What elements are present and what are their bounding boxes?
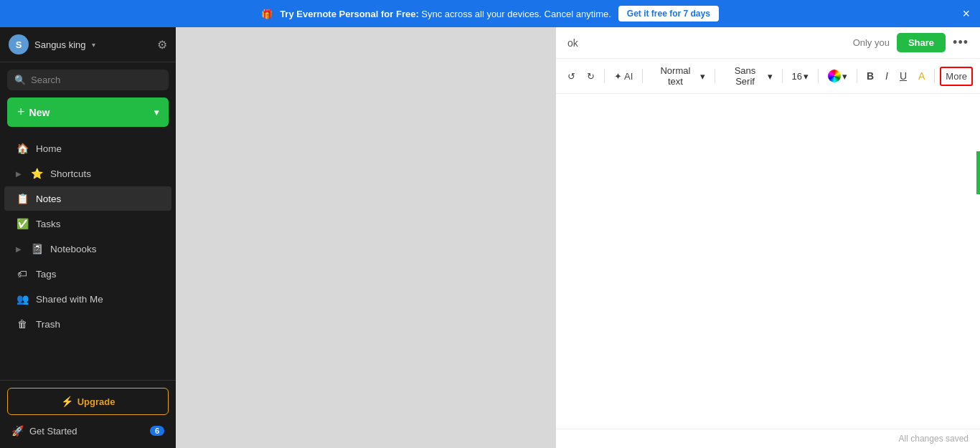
trash-icon: 🗑	[16, 318, 29, 330]
more-options-button[interactable]: •••	[953, 35, 969, 50]
only-you-text: Only you	[853, 37, 890, 48]
sidebar: S Sangus king ▾ ⚙ 🔍 Search + New ▾ 🏠Home…	[0, 27, 176, 448]
font-size-dropdown[interactable]: 16 ▾	[788, 68, 813, 85]
editor-area: ok Only you Share ••• ↺ ↻ ✦ AI Normal te…	[556, 27, 980, 448]
sidebar-item-label: Notebooks	[50, 244, 97, 254]
sidebar-item-label: Shortcuts	[50, 168, 91, 179]
toolbar-separator-7	[934, 69, 935, 83]
get-started-badge: 6	[150, 426, 164, 436]
undo-button[interactable]: ↺	[563, 68, 580, 85]
user-info[interactable]: S Sangus king ▾	[9, 34, 95, 54]
rocket-icon: 🚀	[11, 425, 24, 437]
chevron-down-icon: ▾	[92, 41, 95, 49]
redo-icon: ↻	[587, 71, 595, 82]
toolbar-separator-1	[604, 69, 605, 83]
underline-icon: U	[900, 70, 907, 82]
font-size-label: 16	[792, 71, 802, 82]
editor-content[interactable]	[556, 94, 980, 429]
gear-icon[interactable]: ⚙	[157, 38, 167, 52]
undo-icon: ↺	[567, 71, 575, 82]
ai-button[interactable]: ✦ AI	[610, 68, 637, 85]
sidebar-item-label: Notes	[36, 194, 61, 204]
home-icon: 🏠	[16, 143, 29, 154]
banner-text: Try Evernote Personal for Free: Sync acr…	[280, 9, 611, 19]
sidebar-item-trash[interactable]: 🗑Trash	[4, 312, 171, 336]
tags-icon: 🏷	[16, 268, 29, 280]
promo-banner: 🎁 Try Evernote Personal for Free: Sync a…	[0, 0, 980, 27]
italic-button[interactable]: I	[881, 67, 892, 85]
banner-close-button[interactable]: ×	[962, 7, 970, 20]
bold-button[interactable]: B	[862, 67, 878, 85]
nav-items: 🏠Home▶⭐Shortcuts📋Notes✅Tasks▶📓Notebooks🏷…	[0, 133, 176, 380]
notebook-name: ok	[567, 37, 578, 49]
upgrade-icon: ⚡	[61, 396, 73, 407]
new-chevron-icon: ▾	[154, 108, 159, 118]
sidebar-item-label: Trash	[36, 319, 60, 330]
shared-with-me-icon: 👥	[16, 293, 29, 305]
share-button[interactable]: Share	[897, 33, 946, 52]
more-label: More	[946, 71, 967, 82]
ai-icon: ✦	[614, 71, 622, 82]
editor-topbar-right: Only you Share •••	[853, 33, 969, 52]
search-icon: 🔍	[14, 75, 26, 85]
sidebar-item-tasks[interactable]: ✅Tasks	[4, 211, 171, 236]
username: Sangus king	[34, 39, 86, 50]
middle-panel	[176, 27, 556, 448]
notes-icon: 📋	[16, 193, 29, 204]
sidebar-item-tags[interactable]: 🏷Tags	[4, 262, 171, 286]
editor-statusbar: All changes saved	[556, 429, 980, 448]
toolbar-separator-2	[642, 69, 643, 83]
toolbar-separator-4	[782, 69, 783, 83]
search-bar[interactable]: 🔍 Search	[7, 70, 169, 90]
get-started-item[interactable]: 🚀 Get Started 6	[7, 421, 169, 441]
sidebar-item-label: Home	[36, 143, 62, 154]
editor-topbar: ok Only you Share •••	[556, 27, 980, 59]
plus-icon: +	[17, 105, 25, 120]
upgrade-label: Upgrade	[77, 396, 116, 407]
chevron-right-icon: ▶	[16, 245, 22, 253]
highlight-icon: A	[918, 70, 925, 82]
color-dropdown[interactable]: ▾	[824, 67, 852, 85]
shortcuts-icon: ⭐	[30, 168, 43, 179]
avatar: S	[9, 34, 29, 54]
font-label: Sans Serif	[725, 65, 766, 87]
upgrade-button[interactable]: ⚡ Upgrade	[7, 388, 169, 415]
highlight-button[interactable]: A	[914, 67, 929, 85]
sidebar-footer: ⚡ Upgrade 🚀 Get Started 6	[0, 380, 176, 448]
text-style-dropdown[interactable]: Normal text ▾	[648, 62, 709, 90]
ai-label: AI	[624, 71, 633, 82]
new-button-label: New	[29, 107, 50, 118]
sidebar-item-shared-with-me[interactable]: 👥Shared with Me	[4, 287, 171, 311]
search-placeholder-text: Search	[31, 75, 60, 85]
text-style-label: Normal text	[652, 65, 698, 87]
sidebar-item-shortcuts[interactable]: ▶⭐Shortcuts	[4, 161, 171, 186]
font-dropdown[interactable]: Sans Serif ▾	[720, 62, 777, 90]
redo-button[interactable]: ↻	[583, 68, 599, 85]
banner-cta-button[interactable]: Get it free for 7 days	[618, 6, 719, 22]
chevron-right-icon: ▶	[16, 170, 22, 178]
sidebar-item-label: Shared with Me	[36, 294, 103, 305]
sidebar-item-home[interactable]: 🏠Home	[4, 136, 171, 161]
sidebar-item-label: Tags	[36, 269, 57, 280]
font-chevron: ▾	[768, 71, 773, 82]
font-size-chevron: ▾	[804, 71, 809, 82]
color-circle-icon	[828, 70, 841, 82]
editor-toolbar: ↺ ↻ ✦ AI Normal text ▾ Sans Serif ▾ 16	[556, 59, 980, 94]
new-button[interactable]: + New ▾	[7, 97, 169, 127]
main-layout: S Sangus king ▾ ⚙ 🔍 Search + New ▾ 🏠Home…	[0, 27, 980, 448]
get-started-label: Get Started	[29, 426, 77, 437]
bold-icon: B	[867, 70, 874, 82]
sidebar-item-notebooks[interactable]: ▶📓Notebooks	[4, 237, 171, 261]
save-status: All changes saved	[899, 434, 969, 444]
color-chevron: ▾	[842, 71, 847, 82]
more-button[interactable]: More	[940, 67, 973, 86]
sidebar-item-notes[interactable]: 📋Notes	[4, 186, 171, 211]
toolbar-separator-5	[818, 69, 819, 83]
toolbar-separator-3	[715, 69, 715, 83]
underline-button[interactable]: U	[895, 67, 911, 85]
sidebar-header: S Sangus king ▾ ⚙	[0, 27, 176, 62]
text-style-chevron: ▾	[700, 71, 705, 82]
toolbar-separator-6	[857, 69, 857, 83]
right-accent-bar	[976, 151, 980, 194]
gift-icon: 🎁	[261, 9, 273, 19]
